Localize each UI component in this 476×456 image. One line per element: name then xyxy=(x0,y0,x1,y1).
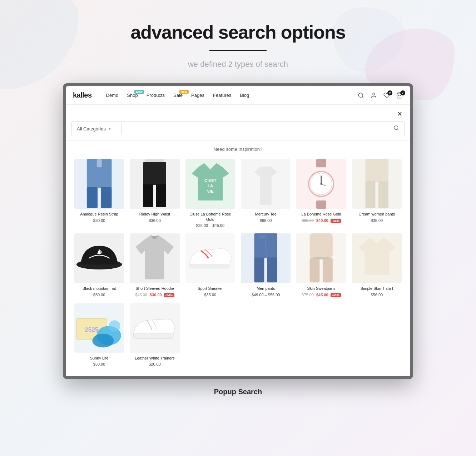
svg-rect-9 xyxy=(143,162,166,185)
product-image xyxy=(296,159,346,209)
svg-text:VIE: VIE xyxy=(207,189,214,193)
product-card[interactable]: Ridley High Waist $36.00 xyxy=(127,156,182,231)
product-price: $35.00 xyxy=(185,293,235,297)
discount-badge: -34% xyxy=(164,293,174,297)
nav-icons: 0 7 xyxy=(357,92,403,99)
product-price: $30.00 xyxy=(74,218,124,223)
price-sale: $45.00 xyxy=(316,293,328,297)
chevron-down-icon: ▼ xyxy=(108,127,111,131)
product-image xyxy=(130,159,179,209)
svg-rect-38 xyxy=(314,257,329,259)
product-image xyxy=(352,159,402,209)
product-price: $60.00 $40.00 -34% xyxy=(296,218,346,223)
browser-window: kalles Demo Shop New Products Sale New P… xyxy=(63,83,413,379)
product-name: Sport Sneaker xyxy=(185,286,235,291)
svg-rect-36 xyxy=(310,257,320,282)
svg-point-43 xyxy=(109,320,120,332)
svg-rect-25 xyxy=(378,181,388,208)
product-price: $56.00 xyxy=(352,293,402,297)
nav-link-blog[interactable]: Blog xyxy=(240,93,249,98)
product-name: Black mountain hat xyxy=(74,286,124,291)
modal-close-bar: ✕ xyxy=(66,105,410,121)
price-sale: $40.00 xyxy=(316,218,328,223)
svg-text:LA: LA xyxy=(208,183,213,188)
product-card[interactable]: Short Sleeved Hoodie $45.00 $30.00 -34% xyxy=(127,231,182,300)
user-icon[interactable] xyxy=(370,92,377,99)
product-card[interactable]: C'EST LA VIE Cluse La Boheme Rose Gold $… xyxy=(183,156,238,231)
cart-badge: 7 xyxy=(400,90,405,95)
product-image xyxy=(352,233,402,283)
product-card[interactable]: Simple Skin T-shirt $56.00 xyxy=(349,231,405,300)
price-sale: $30.00 xyxy=(150,293,162,297)
product-card[interactable]: Men pants $49.00 – $56.00 xyxy=(238,231,293,300)
product-price: $35.00 xyxy=(352,218,402,223)
search-submit-icon[interactable] xyxy=(388,122,404,136)
sale-badge: New xyxy=(179,90,189,94)
product-card[interactable]: Leather White Trainers $20.00 xyxy=(127,300,182,370)
nav-link-features[interactable]: Features xyxy=(213,93,231,98)
nav-link-sale[interactable]: Sale New xyxy=(173,93,183,98)
product-card[interactable]: Black mountain hat $50.00 xyxy=(71,231,127,300)
product-image xyxy=(74,159,124,209)
product-card[interactable]: 2525 Sunny Life $68.00 xyxy=(71,300,127,370)
cart-icon[interactable]: 7 xyxy=(396,92,403,99)
category-select[interactable]: All Categories ▼ xyxy=(72,123,122,135)
svg-rect-7 xyxy=(97,159,102,167)
product-price: $50.00 xyxy=(74,293,124,297)
product-name: Ridley High Waist xyxy=(130,212,179,217)
nav-links: Demo Shop New Products Sale New Pages Fe… xyxy=(106,93,357,98)
page-subtitle: we defined 2 types of search xyxy=(0,60,476,69)
product-grid: Analogue Resin Strap $30.00 Ridley High … xyxy=(66,156,410,376)
svg-rect-32 xyxy=(267,257,277,282)
product-name: Mercury Tee xyxy=(241,212,291,217)
product-name: Simple Skin T-shirt xyxy=(352,286,402,291)
search-input[interactable] xyxy=(122,122,388,135)
svg-point-22 xyxy=(321,183,322,185)
product-price: $49.00 – $56.00 xyxy=(241,293,291,297)
title-underline xyxy=(209,50,267,51)
product-price: $20.00 xyxy=(130,362,179,366)
svg-text:C'EST: C'EST xyxy=(204,178,216,183)
svg-rect-17 xyxy=(316,200,326,209)
product-price: $75.00 $45.00 -40% xyxy=(296,293,346,297)
svg-rect-10 xyxy=(143,184,153,207)
product-price: $25.00 – $45.00 xyxy=(185,223,235,228)
product-price: $68.00 xyxy=(241,218,291,223)
product-card[interactable]: Cream women pants $35.00 xyxy=(349,156,405,231)
svg-point-0 xyxy=(358,93,363,97)
logo[interactable]: kalles xyxy=(73,91,92,99)
product-card[interactable]: Analogue Resin Strap $30.00 xyxy=(71,156,127,231)
product-card[interactable]: Sport Sneaker $35.00 xyxy=(183,231,238,300)
product-card[interactable]: Skin Sweatpans $75.00 $45.00 -40% xyxy=(293,231,349,300)
svg-rect-24 xyxy=(365,181,375,208)
category-label: All Categories xyxy=(77,126,106,132)
svg-rect-29 xyxy=(189,264,229,269)
product-image xyxy=(74,233,124,283)
nav-link-shop[interactable]: Shop New xyxy=(127,93,138,98)
product-image: 2525 xyxy=(74,303,124,353)
svg-rect-5 xyxy=(87,187,98,208)
svg-rect-23 xyxy=(365,159,388,182)
search-modal: ✕ All Categories ▼ Need some inspiration… xyxy=(66,105,410,376)
price-original: $75.00 xyxy=(302,293,314,297)
close-button[interactable]: ✕ xyxy=(395,109,405,119)
nav-link-demo[interactable]: Demo xyxy=(106,93,119,98)
product-card[interactable]: Mercury Tee $68.00 xyxy=(238,156,293,231)
search-icon[interactable] xyxy=(357,92,365,99)
nav-link-pages[interactable]: Pages xyxy=(191,93,204,98)
product-name: Leather White Trainers xyxy=(130,356,179,361)
product-price: $68.00 xyxy=(74,362,124,366)
svg-rect-37 xyxy=(323,257,333,282)
navbar: kalles Demo Shop New Products Sale New P… xyxy=(66,86,410,105)
product-price: $45.00 $30.00 -34% xyxy=(130,293,179,297)
product-image xyxy=(185,233,235,283)
svg-rect-16 xyxy=(316,159,326,167)
nav-link-products[interactable]: Products xyxy=(147,93,165,98)
page-title: advanced search options xyxy=(0,21,476,43)
wishlist-icon[interactable]: 0 xyxy=(383,92,390,99)
svg-rect-34 xyxy=(259,235,266,238)
product-card[interactable]: La Bohème Rose Gold $60.00 $40.00 -34% xyxy=(293,156,349,231)
product-image xyxy=(130,303,179,353)
product-name: Cluse La Boheme Rose Gold xyxy=(185,212,235,222)
product-name: Men pants xyxy=(241,286,291,291)
